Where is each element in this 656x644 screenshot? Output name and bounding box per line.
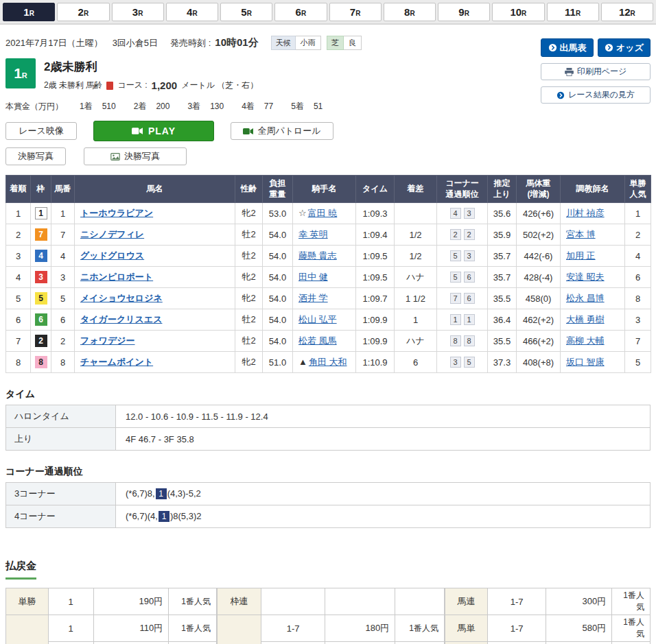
horse-number: 8 [51,352,75,373]
margin: ハナ [395,267,437,288]
tab-number: 1 [23,6,29,18]
margin: 1 1/2 [395,288,437,309]
odds-button[interactable]: オッズ [598,38,651,57]
jockey-link[interactable]: 松若 風馬 [298,335,337,346]
finish-photo-button[interactable]: 決勝写真 [5,147,66,165]
payout-amount [325,588,395,615]
jockey-link[interactable]: 幸 英明 [298,229,328,239]
finish-time: 1:10.9 [356,352,395,373]
horse-name-link[interactable]: トーホウラビアン [80,208,153,218]
race-video-button[interactable]: レース映像 [5,122,77,140]
frame-cell: 5 [31,288,51,309]
horse-name-link[interactable]: フォワデジー [80,335,135,346]
play-button[interactable]: PLAY [93,121,214,141]
race-tab-10r[interactable]: 10R [492,3,544,21]
race-conditions-line: 2歳 未勝利 馬齢 コース : 1,200 メートル （芝・右） [44,80,258,91]
estimated-last-3f: 37.3 [488,352,517,373]
race-tab-9r[interactable]: 9R [438,3,490,21]
prize-place: 5着 [291,102,304,111]
jockey-link[interactable]: 富田 暁 [308,208,338,218]
jockey-link[interactable]: 酒井 学 [298,293,328,303]
tab-number: 10 [510,6,522,18]
frame-number: 3 [35,271,47,283]
tab-number: 9 [458,6,464,18]
payout-combination: 1-7 [487,615,546,642]
race-tab-11r[interactable]: 11R [547,3,599,21]
margin: ハナ [395,331,437,352]
corner-row: 4コーナー(*6,7)(4,1)8(5,3)2 [6,505,651,528]
trainer-link[interactable]: 川村 禎彦 [566,208,605,218]
corner-position-box: 2 [464,229,475,240]
results-header-cell: 負担 重量 [263,176,293,203]
results-header-cell: 着差 [395,176,437,203]
course-unit: メートル （芝・右） [181,80,258,91]
patrol-video-button[interactable]: 全周パトロール [231,122,333,140]
horse-name-link[interactable]: メイショウセロジネ [80,293,163,303]
trainer-link[interactable]: 坂口 智康 [566,357,605,367]
carried-weight: 54.0 [263,288,293,309]
picture-icon [110,153,120,160]
race-tab-7r[interactable]: 7R [329,3,382,21]
jockey-link[interactable]: 藤懸 貴志 [298,250,337,261]
corner-position-box: 8 [464,335,475,346]
corner-row: 3コーナー(*6,7)8,1(4,3)-5,2 [6,483,651,505]
apprentice-mark: ▲ [298,357,307,367]
race-tab-8r[interactable]: 8R [384,3,436,21]
results-guide-button[interactable]: レース結果の見方 [541,86,651,104]
finish-photo-icon-button[interactable]: 決勝写真 [84,147,187,165]
horse-name-link[interactable]: チャームポイント [80,357,153,367]
trainer-link[interactable]: 安達 昭夫 [566,272,605,282]
entry-table-label: 出馬表 [560,42,587,54]
horse-number: 3 [51,267,75,288]
tab-suffix: R [355,10,360,17]
race-tab-6r[interactable]: 6R [274,3,327,21]
win-popularity: 8 [625,288,651,309]
horse-name-link[interactable]: タイガークリスエス [80,314,162,324]
trainer-link[interactable]: 大橋 勇樹 [566,314,605,324]
arrow-circle-icon [548,43,557,52]
prize-item: 4着77 [242,101,273,112]
horse-name-link[interactable]: ニホンピロポート [80,272,153,282]
race-tab-5r[interactable]: 5R [220,3,272,21]
race-tab-4r[interactable]: 4R [166,3,218,21]
horse-name-cell: チャームポイント [75,352,235,373]
tab-number: 11 [565,6,576,18]
trainer-cell: 宮本 博 [561,224,625,246]
horse-name-link[interactable]: ニシノデフィレ [80,229,144,239]
video-camera-icon [243,128,253,135]
corner-position-box: 3 [450,357,461,368]
carried-weight: 54.0 [263,331,293,352]
print-page-button[interactable]: 印刷用ページ [541,63,651,80]
trainer-link[interactable]: 加用 正 [566,250,596,261]
trainer-link[interactable]: 宮本 博 [566,229,596,239]
jockey-cell: ☆富田 暁 [293,203,356,224]
trainer-link[interactable]: 松永 昌博 [566,293,605,303]
jockey-link[interactable]: 角田 大和 [309,357,347,367]
trainer-cell: 加用 正 [561,246,625,267]
trainer-link[interactable]: 高柳 大輔 [566,335,605,346]
jockey-link[interactable]: 松山 弘平 [298,314,337,324]
race-tab-12r[interactable]: 12R [601,3,653,21]
frame-number: 4 [35,250,47,262]
horse-name-cell: タイガークリスエス [75,309,235,331]
frame-number: 5 [35,292,47,305]
corner-positions: 43 [437,203,488,224]
horse-name-link[interactable]: グッドグロウス [80,250,144,261]
prize-amount: 77 [264,102,273,111]
race-info-bar: 2021年7月17日（土曜） 3回小倉5日 発売時刻 : 10時01分 天候 小… [5,36,534,50]
table-row: 722フォワデジー牡254.0松若 風馬1:09.9ハナ8835.5466(+2… [6,331,651,352]
horse-weight: 466(+2) [517,331,561,352]
carried-weight: 54.0 [263,309,293,331]
course-label: コース : [117,80,147,91]
entry-table-button[interactable]: 出馬表 [541,38,594,57]
weather-value: 小雨 [296,36,321,50]
corner-position-box: 6 [464,272,475,283]
race-tab-1r[interactable]: 1R [3,3,55,21]
prize-place: 4着 [242,102,255,111]
jockey-link[interactable]: 田中 健 [298,272,328,282]
frame-number: 2 [35,335,47,347]
race-tab-3r[interactable]: 3R [112,3,164,21]
corner-position-box: 5 [450,272,461,283]
race-tab-2r[interactable]: 2R [57,3,109,21]
horse-weight: 458(0) [517,288,561,309]
